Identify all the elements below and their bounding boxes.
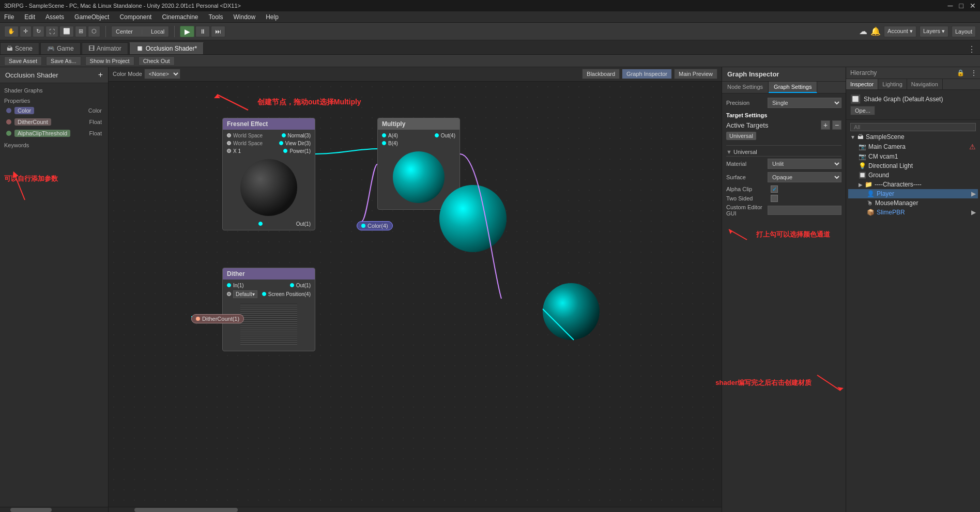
- account-dropdown[interactable]: Account ▾: [884, 26, 916, 37]
- menu-help[interactable]: Help: [264, 12, 281, 22]
- inspector-title-text: Graph Inspector: [727, 70, 779, 78]
- layers-dropdown[interactable]: Layers ▾: [920, 26, 948, 37]
- hand-tool-btn[interactable]: ✋: [4, 26, 19, 37]
- tab-scene[interactable]: 🏔 Scene: [0, 42, 39, 54]
- menu-edit[interactable]: Edit: [22, 12, 37, 22]
- close-btn[interactable]: ✕: [970, 2, 976, 10]
- main-preview-btn[interactable]: Main Preview: [674, 69, 717, 79]
- layout-dropdown[interactable]: Layout: [952, 26, 976, 37]
- tab-navigation[interactable]: Navigation: [907, 79, 943, 89]
- move-tool-btn[interactable]: ✛: [20, 26, 32, 37]
- dither-in-in: [227, 283, 231, 287]
- hierarchy-characters[interactable]: ▶ 📁 ----Characters----: [848, 180, 978, 189]
- tab-lighting[interactable]: Lighting: [878, 79, 907, 89]
- hierarchy-directional-light[interactable]: 💡 Directional Light: [848, 161, 978, 170]
- alpha-tag[interactable]: AlphaClipThreshold: [14, 130, 70, 137]
- tab-menu-btn[interactable]: ⋮: [968, 44, 980, 54]
- hierarchy-cm-vcam1[interactable]: 📷 CM vcam1: [848, 152, 978, 161]
- custom-editor-input[interactable]: [768, 206, 841, 215]
- add-property-btn[interactable]: +: [98, 70, 103, 80]
- game-label: Game: [57, 45, 74, 52]
- tab-occlusion-shader[interactable]: 🔲 Occlusion Shader*: [129, 42, 204, 54]
- center-btn[interactable]: Center: [112, 26, 137, 37]
- graph-inspector-btn[interactable]: Graph Inspector: [622, 69, 672, 79]
- menu-gameobject[interactable]: GameObject: [72, 12, 111, 22]
- rect-tool-btn[interactable]: ⬜: [59, 26, 74, 37]
- open-btn[interactable]: Ope...: [850, 106, 875, 115]
- save-asset-btn[interactable]: Save Asset: [4, 56, 42, 66]
- node-settings-tab[interactable]: Node Settings: [722, 82, 769, 93]
- inspector-tabs: Node Settings Graph Settings: [722, 82, 846, 94]
- scene-name: SampleScene: [866, 133, 905, 141]
- hierarchy-search-input[interactable]: [850, 123, 976, 131]
- hierarchy-main-camera[interactable]: 📷 Main Camera ⚠: [848, 142, 978, 152]
- hierarchy-slime[interactable]: 📦 SlimePBR ▶: [848, 208, 978, 217]
- rotate-tool-btn[interactable]: ↻: [33, 26, 44, 37]
- layers-label: Layers ▾: [923, 28, 945, 35]
- hierarchy-menu-btn[interactable]: ⋮: [968, 67, 980, 79]
- scene-icon-2: 🏔: [858, 133, 864, 141]
- panel-scrollbar[interactable]: [0, 507, 108, 512]
- two-sided-checkbox[interactable]: [771, 195, 778, 202]
- hierarchy-mouse-manager[interactable]: 🖱 MouseManager: [848, 198, 978, 208]
- canvas-scrollbar[interactable]: [109, 507, 722, 512]
- dithercount-badge[interactable]: DitherCount(1): [191, 314, 244, 323]
- fresnel-out-power: [283, 149, 287, 153]
- chars-label: ----Characters----: [875, 181, 922, 188]
- fresnel-sphere-preview: [240, 159, 297, 216]
- node-dither[interactable]: Dither In(1) Out(1) Default▾ Screen Posi…: [222, 268, 315, 351]
- big-teal-sphere: [439, 185, 507, 252]
- menu-file[interactable]: File: [2, 12, 16, 22]
- dither-default-dropdown[interactable]: Default▾: [233, 290, 257, 298]
- menu-tools[interactable]: Tools: [207, 12, 225, 22]
- custom-tool-btn[interactable]: ⬡: [88, 26, 100, 37]
- material-select[interactable]: Unlit: [768, 159, 841, 169]
- tab-game[interactable]: 🎮 Game: [40, 42, 81, 54]
- save-as-btn[interactable]: Save As...: [46, 56, 81, 66]
- blackboard-btn[interactable]: Blackboard: [582, 69, 620, 79]
- color-mode-select[interactable]: <None>: [144, 69, 180, 79]
- hierarchy-ground[interactable]: 🔲 Ground: [848, 170, 978, 180]
- menu-component[interactable]: Component: [117, 12, 154, 22]
- menu-window[interactable]: Window: [232, 12, 258, 22]
- play-btn[interactable]: ▶: [180, 26, 194, 37]
- dither-tag[interactable]: DitherCount: [14, 118, 51, 126]
- maximize-btn[interactable]: □: [959, 2, 963, 10]
- shader-graphs-section: Shader Graphs: [4, 87, 104, 94]
- minimize-btn[interactable]: ─: [948, 2, 953, 10]
- local-btn[interactable]: Local: [147, 26, 169, 37]
- tab-inspector[interactable]: Inspector: [846, 79, 878, 89]
- menu-cinemachine[interactable]: Cinemachine: [160, 12, 200, 22]
- surface-select[interactable]: Opaque: [768, 172, 841, 182]
- node-fresnel[interactable]: Fresnel Effect World Space Normal(3) Wor…: [222, 118, 315, 230]
- hierarchy-search-bar: [848, 122, 978, 132]
- multi-tool-btn[interactable]: ⊞: [75, 26, 87, 37]
- color-mode-label: Color Mode: [113, 71, 142, 77]
- canvas-area[interactable]: 创建节点，拖动out选择Multiply Fresnel Effect Worl…: [109, 82, 722, 507]
- add-target-btn[interactable]: +: [821, 120, 830, 130]
- fresnel-port-x1: X 1 Power(1): [223, 147, 315, 155]
- menu-assets[interactable]: Assets: [43, 12, 66, 22]
- graph-settings-tab[interactable]: Graph Settings: [769, 82, 817, 93]
- keywords-section: Keywords: [4, 142, 104, 148]
- pause-btn[interactable]: ⏸: [195, 26, 210, 37]
- show-in-project-btn[interactable]: Show In Project: [85, 56, 134, 66]
- step-btn[interactable]: ⏭: [211, 26, 225, 37]
- alpha-clip-checkbox[interactable]: [771, 185, 778, 193]
- player-icon: 👤: [867, 190, 875, 197]
- tab-animator[interactable]: 🎞 Animator: [82, 42, 128, 54]
- hierarchy-player[interactable]: 👤 Player ▶: [848, 189, 978, 198]
- scale-tool-btn[interactable]: ⛶: [45, 26, 58, 37]
- vcam-icon: 📷: [859, 153, 866, 160]
- hierarchy-lock-btn[interactable]: 🔒: [954, 67, 968, 79]
- precision-select[interactable]: Single: [768, 98, 841, 108]
- color-node-badge[interactable]: Color(4): [357, 221, 393, 230]
- color-tag[interactable]: Color: [14, 107, 34, 114]
- dither-dot: [6, 119, 11, 125]
- check-out-btn[interactable]: Check Out: [139, 56, 175, 66]
- multiply-port-b: B(4): [378, 139, 460, 147]
- hierarchy-sample-scene[interactable]: ▼ 🏔 SampleScene: [848, 132, 978, 142]
- cloud-icon: ☁: [859, 26, 867, 36]
- remove-target-btn[interactable]: −: [832, 120, 841, 130]
- cam-icon: 📷: [859, 143, 866, 150]
